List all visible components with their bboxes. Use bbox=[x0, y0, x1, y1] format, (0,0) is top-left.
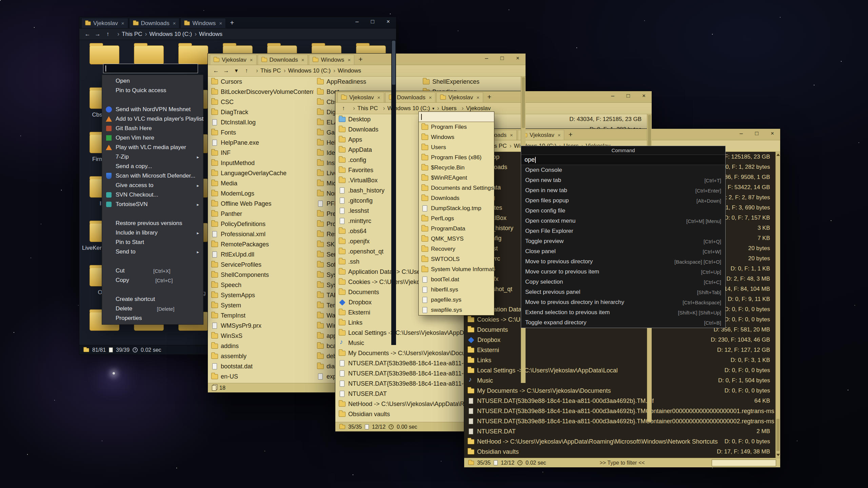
new-tab-button[interactable]: + bbox=[483, 93, 495, 101]
command-item[interactable]: Select previous panel [Shift+Tab] bbox=[521, 287, 725, 297]
context-menu-item[interactable]: Properties bbox=[102, 313, 203, 323]
up-icon[interactable]: ↑ bbox=[103, 31, 113, 38]
tab-bar[interactable]: Vjekoslav × Downloads × Windows × + – □ … bbox=[208, 54, 526, 65]
drive-dropdown-item[interactable]: PerfLogs bbox=[419, 214, 494, 224]
tab-close-icon[interactable]: × bbox=[219, 20, 222, 26]
back-icon[interactable]: ← bbox=[83, 31, 92, 38]
maximize-button[interactable]: □ bbox=[365, 17, 380, 26]
tab-bar[interactable]: Downloads × Vjekoslav × + – □ × bbox=[464, 129, 780, 140]
minimize-button[interactable]: – bbox=[733, 129, 749, 138]
context-menu-item[interactable]: Copy [Ctrl+C] bbox=[102, 276, 203, 285]
context-menu-item[interactable]: Create shortcut bbox=[102, 294, 203, 304]
drive-dropdown-item[interactable]: Windows bbox=[419, 132, 494, 142]
file-row[interactable]: BitLockerDiscoveryVolumeContents bbox=[208, 87, 314, 97]
file-row[interactable]: NTUSER.DAT{53b39e88-18c4-11ea-a811-000d3… bbox=[464, 416, 780, 426]
file-row[interactable]: DtcInstall.log bbox=[208, 117, 314, 127]
context-menu-item[interactable]: Pin to Start bbox=[102, 238, 203, 247]
tab-close-icon[interactable]: × bbox=[558, 132, 561, 138]
command-item[interactable]: Move cursor to previous item [Ctrl+Up] bbox=[521, 267, 725, 277]
forward-icon[interactable]: → bbox=[93, 31, 102, 38]
drive-dropdown-item[interactable]: Recovery bbox=[419, 244, 494, 254]
breadcrumb-item[interactable]: › Windows 10 (C:) bbox=[143, 30, 193, 38]
context-menu-item[interactable] bbox=[102, 285, 203, 294]
file-row[interactable]: Fonts bbox=[208, 127, 314, 138]
file-row[interactable]: Links D: 0, F: 3, 1 KB bbox=[464, 355, 780, 365]
command-item[interactable]: Open new tab [Ctrl+T] bbox=[521, 175, 725, 185]
tab[interactable]: Windows × bbox=[180, 18, 226, 28]
context-menu-item[interactable]: 7-Zip ▸ bbox=[102, 152, 203, 162]
breadcrumb-item[interactable]: › Windows 10 (C:) bbox=[282, 66, 332, 75]
scroll-up-icon[interactable] bbox=[776, 154, 780, 156]
file-row[interactable]: RtlExUpd.dll bbox=[208, 249, 314, 260]
tab-close-icon[interactable]: × bbox=[301, 57, 304, 63]
file-row[interactable]: en-US bbox=[208, 371, 314, 382]
close-button[interactable]: × bbox=[380, 17, 396, 26]
context-menu-item[interactable]: Send with NordVPN Meshnet bbox=[102, 105, 203, 114]
drive-dropdown-item[interactable]: QMK_MSYS bbox=[419, 234, 494, 244]
file-row[interactable]: NetHood -> C:\Users\Vjekoslav\AppData\Ro… bbox=[464, 436, 780, 447]
drive-dropdown-item[interactable]: System Volume Information bbox=[419, 264, 494, 274]
breadcrumb-item[interactable]: › This PC bbox=[255, 66, 282, 75]
command-item[interactable]: Move to previous directory [Backspace] [… bbox=[521, 257, 725, 267]
tab-bar[interactable]: Vjekoslav × Downloads × Vjekoslav × + – … bbox=[335, 91, 652, 103]
file-row[interactable]: Offline Web Pages bbox=[208, 199, 314, 209]
context-menu-item[interactable]: Open bbox=[102, 76, 203, 86]
context-menu-item[interactable]: Send to ▸ bbox=[102, 247, 203, 257]
drive-dropdown-item[interactable]: swapfile.sys bbox=[419, 305, 494, 315]
scrollbar-thumb[interactable] bbox=[776, 419, 780, 451]
file-row[interactable]: WMSysPr9.prx bbox=[208, 321, 314, 331]
command-item[interactable]: Open files popup [Alt+Down] bbox=[521, 196, 725, 206]
tab-close-icon[interactable]: × bbox=[121, 20, 124, 26]
tab-close-icon[interactable]: × bbox=[476, 95, 479, 100]
context-menu-item[interactable]: Pin to Quick access bbox=[102, 86, 203, 95]
scroll-down-icon[interactable] bbox=[776, 454, 780, 456]
minimize-button[interactable]: – bbox=[349, 17, 365, 26]
drive-dropdown-item[interactable]: ProgramData bbox=[419, 224, 494, 234]
filter-input[interactable] bbox=[712, 460, 776, 466]
file-row[interactable]: TempInst bbox=[208, 310, 314, 321]
file-row[interactable]: HelpPane.exe bbox=[208, 138, 314, 148]
file-row[interactable]: bootstat.dat bbox=[208, 361, 314, 371]
dropdown-filter-input[interactable] bbox=[419, 112, 494, 122]
file-row[interactable]: DiagTrack bbox=[208, 107, 314, 117]
file-row[interactable]: ShellComponents bbox=[208, 270, 314, 280]
tab-close-icon[interactable]: × bbox=[348, 57, 351, 63]
file-row[interactable]: NTUSER.DAT 2 MB bbox=[464, 426, 780, 436]
file-row[interactable]: Cursors bbox=[208, 77, 314, 87]
command-item[interactable]: Open in new tab [Ctrl+Enter] bbox=[521, 185, 725, 196]
close-button[interactable]: × bbox=[765, 129, 780, 138]
drive-dropdown-item[interactable]: Downloads bbox=[419, 193, 494, 203]
context-menu-item[interactable] bbox=[102, 209, 203, 219]
close-button[interactable]: × bbox=[636, 91, 652, 101]
context-menu-item[interactable]: Give access to ▸ bbox=[102, 181, 203, 190]
command-item[interactable]: Open Console bbox=[521, 165, 725, 175]
back-icon[interactable]: ← bbox=[211, 67, 221, 74]
file-row[interactable]: ServiceProfiles bbox=[208, 260, 314, 270]
file-row[interactable]: NTUSER.DAT{53b39e88-18c4-11ea-a811-000d3… bbox=[464, 396, 780, 406]
new-tab-button[interactable]: + bbox=[564, 130, 576, 139]
tab[interactable]: Windows × bbox=[309, 55, 354, 65]
scrollbar-thumb[interactable] bbox=[392, 41, 395, 85]
up-icon[interactable]: ↑ bbox=[242, 67, 251, 74]
tab[interactable]: Vjekoslav × bbox=[436, 92, 483, 102]
command-item[interactable]: Move to previous directory in hierarchy … bbox=[521, 297, 725, 307]
history-dropdown-icon[interactable]: ▾ bbox=[232, 67, 241, 74]
context-menu-item[interactable] bbox=[102, 95, 203, 105]
file-row[interactable]: ModemLogs bbox=[208, 188, 314, 199]
breadcrumb-item[interactable]: › Windows bbox=[332, 66, 362, 75]
tab[interactable]: Vjekoslav × bbox=[81, 18, 128, 28]
tab-close-icon[interactable]: × bbox=[510, 132, 513, 138]
scrollbar-thumb[interactable] bbox=[522, 77, 525, 128]
minimize-button[interactable]: – bbox=[479, 54, 494, 63]
drive-dropdown-item[interactable]: Program Files (x86) bbox=[419, 152, 494, 163]
command-item[interactable]: Extend selection to previous item [Shift… bbox=[521, 307, 725, 318]
context-menu-item[interactable]: Send a copy... bbox=[102, 162, 203, 171]
file-row[interactable]: CSC bbox=[208, 97, 314, 107]
new-tab-button[interactable]: + bbox=[354, 55, 367, 63]
context-menu-item[interactable]: Play with VLC media player bbox=[102, 143, 203, 152]
breadcrumb-item[interactable]: › Windows bbox=[193, 30, 224, 38]
tab[interactable]: Downloads × bbox=[258, 55, 308, 65]
file-row[interactable]: PolicyDefinitions bbox=[208, 219, 314, 229]
context-menu-item[interactable]: Open Vim here bbox=[102, 133, 203, 143]
command-item[interactable]: Open context menu [Ctrl+M] [Menu] bbox=[521, 216, 725, 226]
